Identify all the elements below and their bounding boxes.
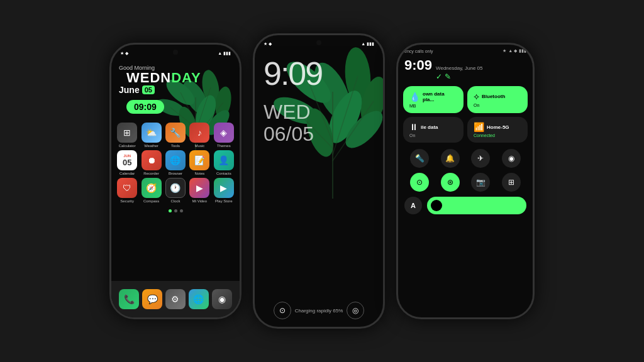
dot-2 — [174, 209, 177, 212]
music-label: Music — [195, 144, 205, 148]
emergency-text: ency calls only — [404, 49, 433, 53]
dot-1 — [169, 209, 172, 212]
ctrl-signal-icon: ▲ ◆ — [508, 48, 517, 53]
ctrl-bell[interactable]: 🔔 — [441, 149, 460, 168]
ctrl-tile-wifi-header: 📶 Home-5G — [474, 122, 521, 132]
browser-icon: 🌐 — [165, 150, 186, 170]
app-clock[interactable]: 🕐 Clock — [165, 178, 186, 203]
phone-icon: 📞 — [119, 289, 139, 309]
tools-label: Tools — [171, 144, 180, 148]
ctrl-tile-mobiledata[interactable]: ⏸ ile data On — [403, 117, 464, 143]
ctrl-tile-data-header: 💧 own data pla... — [409, 91, 457, 102]
ctrl-bluetooth-icon: ★ — [502, 48, 506, 53]
ctrl-tile-data[interactable]: 💧 own data pla... MB — [403, 86, 464, 113]
tools-icon: 🔧 — [165, 123, 186, 143]
app-themes[interactable]: ◈ Themes — [213, 123, 235, 148]
app-notes[interactable]: 📝 Notes — [189, 150, 210, 175]
themes-label: Themes — [217, 144, 231, 148]
ctrl-tile-bt-header: ⟡ Bluetooth — [474, 91, 521, 102]
phone-homescreen: ★ ◆ ▲ ▮▮▮ Good Morning WEDNDAY June 05 0… — [109, 43, 242, 319]
app-calculator[interactable]: ⊞ Calculator — [116, 123, 138, 148]
ctrl-time: 9:09 — [404, 57, 432, 74]
ctrl-battery-icon: ▮▮▮ — [519, 48, 526, 53]
date-badge: 05 — [142, 85, 155, 94]
compass-label: Compass — [143, 199, 159, 203]
app-weather[interactable]: ⛅ Weather — [140, 123, 162, 148]
app-security[interactable]: 🛡 Security — [116, 178, 138, 203]
brightness-slider[interactable] — [427, 197, 526, 214]
notes-icon: 📝 — [189, 150, 209, 170]
settings-icon: ⚙ — [165, 289, 186, 309]
ctrl-date: Wednesday, June 05 — [436, 65, 482, 71]
dock-messages[interactable]: 💬 — [142, 289, 162, 309]
ctrl-row-icons-1: 🔦 🔔 ✈ ◉ — [398, 145, 533, 172]
dock-phone[interactable]: 📞 — [119, 289, 139, 309]
ctrl-time-row: 9:09 Wednesday, June 05 ✓ ✎ — [398, 55, 533, 84]
dock-settings[interactable]: ⚙ — [165, 289, 186, 309]
lock-status-bar: ★ ◆ ▲ ▮▮▮ — [255, 35, 383, 53]
ctrl-flashlight[interactable]: 🔦 — [410, 149, 429, 168]
lock-status-right: ▲ ▮▮▮ — [361, 41, 374, 47]
ctrl-tile-wifi-sub: Connected — [474, 133, 521, 138]
ctrl-tile-mobile-header: ⏸ ile data — [409, 122, 457, 132]
messages-icon: 💬 — [142, 289, 162, 309]
calculator-label: Calculator — [119, 144, 136, 148]
status-right: ▲ ▮▮▮ — [218, 51, 231, 56]
dock-extra[interactable]: ◉ — [212, 289, 232, 309]
ctrl-scan[interactable]: ⊛ — [441, 173, 460, 192]
app-tools[interactable]: 🔧 Tools — [165, 123, 186, 148]
weather-icon: ⛅ — [142, 123, 162, 143]
slider-knob — [431, 200, 442, 211]
app-contacts[interactable]: 👤 Contacts — [213, 150, 235, 175]
dock: 📞 💬 ⚙ 🌐 ◉ — [111, 281, 240, 317]
lock-camera-icon[interactable]: ◎ — [347, 302, 364, 319]
ctrl-tile-bt-title: Bluetooth — [482, 94, 505, 99]
phone-lockscreen: ★ ◆ ▲ ▮▮▮ 9:09 WED 06/05 ⊙ Charging rapi… — [253, 33, 385, 329]
ctrl-font-button[interactable]: A — [404, 197, 422, 214]
ctrl-tile-bt-sub: On — [474, 103, 521, 107]
day-part1: WEDN — [126, 70, 171, 85]
day-part2: DAY — [171, 70, 201, 85]
app-recorder[interactable]: ⏺ Recorder — [140, 150, 162, 175]
app-music[interactable]: ♪ Music — [189, 123, 210, 148]
lock-time: 9:09 — [264, 57, 322, 90]
time-pill: 09:09 — [126, 100, 164, 114]
ctrl-tile-wifi[interactable]: 📶 Home-5G Connected — [467, 117, 528, 143]
calendar-icon: JUN05 — [117, 150, 137, 170]
ctrl-tile-bluetooth[interactable]: ⟡ Bluetooth On — [467, 86, 528, 113]
notch — [173, 50, 178, 55]
lock-date-line2: 06/05 — [264, 123, 314, 145]
app-calendar[interactable]: JUN05 Calendar — [116, 150, 138, 175]
ctrl-checkmark-icon[interactable]: ✓ — [436, 72, 442, 81]
ctrl-bottom-slider: A — [398, 193, 533, 218]
ctrl-tile-mobile-title: ile data — [421, 124, 438, 130]
ctrl-tile-data-sub: MB — [409, 104, 457, 108]
ctrl-location[interactable]: ⊙ — [410, 173, 429, 192]
lock-notch — [316, 40, 321, 45]
lock-circle-icon[interactable]: ⊙ — [274, 302, 291, 319]
ctrl-expand[interactable]: ⊞ — [502, 173, 521, 192]
ctrl-edit-icon[interactable]: ✎ — [445, 72, 451, 81]
month-label: June — [119, 85, 140, 95]
ctrl-screen[interactable]: ◉ — [502, 149, 521, 168]
dot-3 — [180, 209, 183, 212]
recorder-icon: ⏺ — [142, 150, 162, 170]
app-mivideo[interactable]: ▶ Mi Video — [189, 178, 210, 203]
music-icon: ♪ — [189, 123, 209, 143]
app-compass[interactable]: 🧭 Compass — [140, 178, 162, 203]
app-playstore[interactable]: ▶ Play Store — [213, 178, 235, 203]
security-label: Security — [120, 199, 134, 203]
ctrl-camera[interactable]: 📷 — [471, 173, 490, 192]
control-screen-content: ency calls only ★ ▲ ◆ ▮▮▮ 9:09 Wednesday… — [398, 45, 533, 317]
dock-browser[interactable]: 🌐 — [189, 289, 209, 309]
app-browser[interactable]: 🌐 Browser — [165, 150, 186, 175]
app-grid: ⊞ Calculator ⛅ Weather 🔧 Tools ♪ Music ◈… — [111, 119, 240, 207]
calendar-label: Calendar — [119, 172, 135, 175]
contacts-label: Contacts — [216, 172, 231, 175]
dock-browser-icon: 🌐 — [189, 289, 209, 309]
playstore-icon: ▶ — [214, 178, 234, 198]
security-icon: 🛡 — [117, 178, 137, 198]
playstore-label: Play Store — [215, 199, 233, 203]
ctrl-airplane[interactable]: ✈ — [471, 149, 490, 168]
ctrl-status-bar: ency calls only ★ ▲ ◆ ▮▮▮ — [398, 45, 533, 55]
